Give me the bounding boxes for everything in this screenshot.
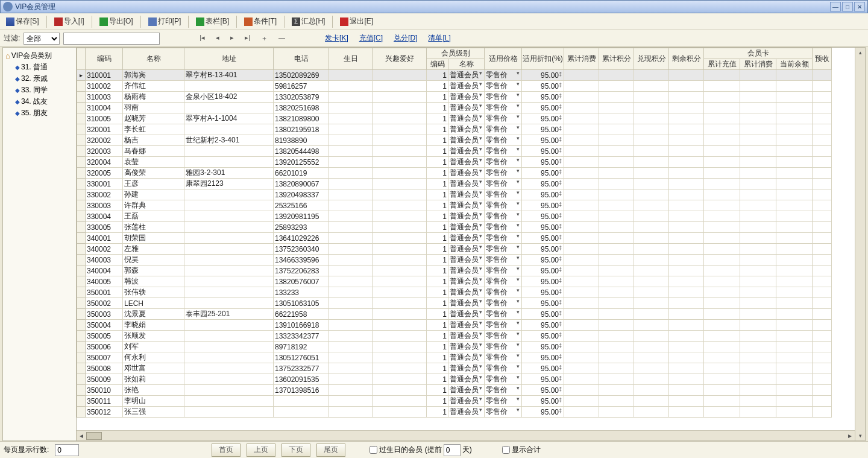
- cell-cash[interactable]: [634, 222, 669, 233]
- cell-c2[interactable]: [740, 157, 776, 168]
- cell-rem[interactable]: [669, 385, 704, 396]
- cell-mname[interactable]: 普通会员: [448, 385, 485, 396]
- cell-mcode[interactable]: 1: [427, 298, 448, 309]
- cell-cash[interactable]: [634, 135, 669, 146]
- cell-code[interactable]: 350011: [86, 396, 123, 407]
- cell-c3[interactable]: [776, 200, 813, 211]
- table-row[interactable]: 350001张伟轶1332331普通会员零售价95.00: [77, 287, 832, 298]
- cell-name[interactable]: 张如莉: [123, 374, 184, 385]
- cell-price[interactable]: 零售价: [485, 287, 522, 298]
- cell-disc[interactable]: 95.00: [522, 276, 564, 287]
- cell-addr[interactable]: [184, 233, 274, 244]
- cell-pts[interactable]: [599, 309, 634, 320]
- cell-c2[interactable]: [740, 81, 776, 92]
- cell-price[interactable]: 零售价: [485, 222, 522, 233]
- cell-addr[interactable]: 翠亨村B-13-401: [184, 70, 274, 81]
- cell-rem[interactable]: [669, 179, 704, 189]
- cell-c4[interactable]: [813, 287, 832, 298]
- columns-button[interactable]: 表栏[B]: [193, 15, 231, 28]
- cell-name[interactable]: 许群典: [123, 200, 184, 211]
- cell-hobby[interactable]: [373, 189, 427, 200]
- cell-spend[interactable]: [564, 396, 599, 407]
- cell-birth[interactable]: [329, 81, 373, 92]
- filter-select[interactable]: 全部: [24, 33, 60, 45]
- cell-pts[interactable]: [599, 342, 634, 352]
- cell-code[interactable]: 340005: [86, 276, 123, 287]
- nav-prev-icon[interactable]: ◂: [216, 34, 219, 43]
- cell-code[interactable]: 320003: [86, 146, 123, 157]
- cell-cash[interactable]: [634, 200, 669, 211]
- cell-code[interactable]: 350004: [86, 320, 123, 331]
- cell-name[interactable]: 张莲柱: [123, 222, 184, 233]
- cell-mname[interactable]: 普通会员: [448, 352, 485, 363]
- cell-c2[interactable]: [740, 233, 776, 244]
- cell-c4[interactable]: [813, 222, 832, 233]
- cell-price[interactable]: 零售价: [485, 363, 522, 374]
- cell-c3[interactable]: [776, 103, 813, 113]
- col-group-card[interactable]: 会员卡: [704, 48, 813, 59]
- cell-hobby[interactable]: [373, 92, 427, 103]
- cell-rem[interactable]: [669, 244, 704, 255]
- cell-spend[interactable]: [564, 255, 599, 266]
- table-row[interactable]: 330005张莲柱258932931普通会员零售价95.00: [77, 222, 832, 233]
- filter-input[interactable]: [63, 33, 160, 45]
- cell-phone[interactable]: 89718192: [274, 342, 329, 352]
- cell-pts[interactable]: [599, 385, 634, 396]
- cell-c3[interactable]: [776, 146, 813, 157]
- cell-spend[interactable]: [564, 309, 599, 320]
- cell-c4[interactable]: [813, 81, 832, 92]
- cell-c4[interactable]: [813, 103, 832, 113]
- cell-c3[interactable]: [776, 309, 813, 320]
- cell-mcode[interactable]: 1: [427, 331, 448, 342]
- cell-rem[interactable]: [669, 342, 704, 352]
- cell-hobby[interactable]: [373, 374, 427, 385]
- cell-pts[interactable]: [599, 70, 634, 81]
- table-row[interactable]: 340002左雅137523603401普通会员零售价95.00: [77, 244, 832, 255]
- cell-spend[interactable]: [564, 233, 599, 244]
- cell-mcode[interactable]: 1: [427, 81, 448, 92]
- cell-pts[interactable]: [599, 352, 634, 363]
- cell-mcode[interactable]: 1: [427, 179, 448, 189]
- cell-disc[interactable]: 95.00: [522, 385, 564, 396]
- cell-mname[interactable]: 普通会员: [448, 342, 485, 352]
- cell-c1[interactable]: [704, 276, 740, 287]
- cell-c2[interactable]: [740, 374, 776, 385]
- cell-birth[interactable]: [329, 266, 373, 276]
- cell-name[interactable]: 韩波: [123, 276, 184, 287]
- cell-disc[interactable]: 95.00: [522, 396, 564, 407]
- last-page-button[interactable]: 尾页: [316, 444, 345, 457]
- cell-addr[interactable]: [184, 244, 274, 255]
- cell-c4[interactable]: [813, 113, 832, 124]
- cell-c2[interactable]: [740, 266, 776, 276]
- cell-pts[interactable]: [599, 407, 634, 418]
- cell-birth[interactable]: [329, 396, 373, 407]
- cell-mcode[interactable]: 1: [427, 200, 448, 211]
- cell-mcode[interactable]: 1: [427, 211, 448, 222]
- cell-birth[interactable]: [329, 146, 373, 157]
- cell-c3[interactable]: [776, 92, 813, 103]
- h-scrollbar[interactable]: ◂ ▸: [77, 430, 855, 441]
- cell-birth[interactable]: [329, 244, 373, 255]
- summary-button[interactable]: Σ汇总[H]: [289, 15, 327, 28]
- cell-c3[interactable]: [776, 179, 813, 189]
- cell-code[interactable]: 350005: [86, 331, 123, 342]
- cell-mname[interactable]: 普通会员: [448, 244, 485, 255]
- cell-c1[interactable]: [704, 146, 740, 157]
- cell-phone[interactable]: 13820251698: [274, 103, 329, 113]
- cell-disc[interactable]: 95.00: [522, 233, 564, 244]
- cell-name[interactable]: 张艳: [123, 385, 184, 396]
- nav-add-icon[interactable]: ＋: [261, 34, 268, 43]
- birthday-checkbox[interactable]: [370, 446, 377, 454]
- cell-cash[interactable]: [634, 309, 669, 320]
- col-spend[interactable]: 累计消费: [564, 48, 599, 70]
- cell-c2[interactable]: [740, 222, 776, 233]
- cell-mname[interactable]: 普通会员: [448, 157, 485, 168]
- col-c1[interactable]: 累计充值: [704, 59, 740, 70]
- table-row[interactable]: 320004袁莹139201255521普通会员零售价95.00: [77, 157, 832, 168]
- cell-spend[interactable]: [564, 363, 599, 374]
- cell-birth[interactable]: [329, 309, 373, 320]
- cell-mname[interactable]: 普通会员: [448, 103, 485, 113]
- cell-c1[interactable]: [704, 103, 740, 113]
- cell-mname[interactable]: 普通会员: [448, 276, 485, 287]
- cell-cash[interactable]: [634, 244, 669, 255]
